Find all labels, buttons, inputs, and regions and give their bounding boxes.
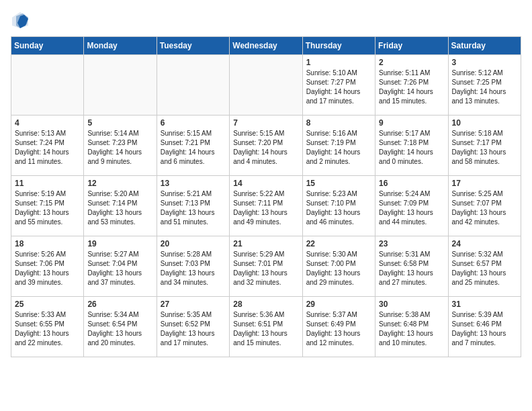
calendar-cell: 8Sunrise: 5:16 AM Sunset: 7:19 PM Daylig… (302, 116, 375, 176)
day-info: Sunrise: 5:15 AM Sunset: 7:21 PM Dayligh… (161, 129, 226, 167)
day-number: 10 (452, 118, 517, 128)
day-info: Sunrise: 5:29 AM Sunset: 7:01 PM Dayligh… (233, 250, 298, 287)
day-info: Sunrise: 5:39 AM Sunset: 6:46 PM Dayligh… (452, 310, 517, 348)
day-number: 12 (87, 179, 152, 188)
day-number: 20 (161, 239, 226, 248)
day-number: 13 (161, 179, 226, 188)
day-info: Sunrise: 5:38 AM Sunset: 6:48 PM Dayligh… (379, 310, 444, 348)
calendar-cell: 7Sunrise: 5:15 AM Sunset: 7:20 PM Daylig… (230, 116, 302, 176)
day-info: Sunrise: 5:11 AM Sunset: 7:26 PM Dayligh… (379, 68, 444, 106)
calendar-cell (157, 55, 229, 116)
day-number: 2 (379, 58, 444, 67)
calendar-table: SundayMondayTuesdayWednesdayThursdayFrid… (11, 36, 521, 357)
day-info: Sunrise: 5:21 AM Sunset: 7:13 PM Dayligh… (161, 189, 226, 227)
calendar-cell: 25Sunrise: 5:33 AM Sunset: 6:55 PM Dayli… (11, 297, 84, 357)
calendar-cell: 9Sunrise: 5:17 AM Sunset: 7:18 PM Daylig… (375, 116, 448, 176)
day-number: 11 (15, 179, 80, 188)
day-info: Sunrise: 5:14 AM Sunset: 7:23 PM Dayligh… (87, 129, 152, 167)
day-info: Sunrise: 5:37 AM Sunset: 6:49 PM Dayligh… (306, 310, 371, 348)
week-row-2: 4Sunrise: 5:13 AM Sunset: 7:24 PM Daylig… (11, 116, 521, 176)
day-number: 27 (161, 300, 226, 309)
day-number: 29 (306, 300, 371, 309)
calendar-cell: 5Sunrise: 5:14 AM Sunset: 7:23 PM Daylig… (84, 116, 157, 176)
day-header-thursday: Thursday (302, 37, 375, 55)
day-number: 19 (87, 239, 152, 248)
calendar-cell: 14Sunrise: 5:22 AM Sunset: 7:11 PM Dayli… (230, 176, 302, 236)
day-header-tuesday: Tuesday (157, 37, 229, 55)
calendar-cell: 12Sunrise: 5:20 AM Sunset: 7:14 PM Dayli… (84, 176, 157, 236)
day-number: 18 (15, 239, 80, 248)
day-header-monday: Monday (84, 37, 157, 55)
day-number: 24 (452, 239, 517, 248)
day-number: 14 (233, 179, 298, 188)
calendar-cell: 15Sunrise: 5:23 AM Sunset: 7:10 PM Dayli… (302, 176, 375, 236)
days-header-row: SundayMondayTuesdayWednesdayThursdayFrid… (11, 37, 521, 55)
week-row-3: 11Sunrise: 5:19 AM Sunset: 7:15 PM Dayli… (11, 176, 521, 236)
calendar-cell: 3Sunrise: 5:12 AM Sunset: 7:25 PM Daylig… (448, 55, 521, 116)
day-number: 8 (306, 118, 371, 128)
day-number: 1 (306, 58, 371, 67)
day-info: Sunrise: 5:18 AM Sunset: 7:17 PM Dayligh… (452, 129, 517, 167)
week-row-5: 25Sunrise: 5:33 AM Sunset: 6:55 PM Dayli… (11, 297, 521, 357)
calendar-cell: 30Sunrise: 5:38 AM Sunset: 6:48 PM Dayli… (375, 297, 448, 357)
calendar-cell: 16Sunrise: 5:24 AM Sunset: 7:09 PM Dayli… (375, 176, 448, 236)
day-number: 7 (233, 118, 298, 128)
day-info: Sunrise: 5:17 AM Sunset: 7:18 PM Dayligh… (379, 129, 444, 167)
day-info: Sunrise: 5:24 AM Sunset: 7:09 PM Dayligh… (379, 189, 444, 227)
day-info: Sunrise: 5:32 AM Sunset: 6:57 PM Dayligh… (452, 250, 517, 287)
calendar-cell: 10Sunrise: 5:18 AM Sunset: 7:17 PM Dayli… (448, 116, 521, 176)
day-info: Sunrise: 5:31 AM Sunset: 6:58 PM Dayligh… (379, 250, 444, 287)
calendar-cell: 24Sunrise: 5:32 AM Sunset: 6:57 PM Dayli… (448, 236, 521, 297)
calendar-cell: 26Sunrise: 5:34 AM Sunset: 6:54 PM Dayli… (84, 297, 157, 357)
calendar-cell: 21Sunrise: 5:29 AM Sunset: 7:01 PM Dayli… (230, 236, 302, 297)
page-header (11, 11, 521, 30)
day-number: 21 (233, 239, 298, 248)
day-number: 15 (306, 179, 371, 188)
calendar-cell (230, 55, 302, 116)
day-info: Sunrise: 5:15 AM Sunset: 7:20 PM Dayligh… (233, 129, 298, 167)
day-header-friday: Friday (375, 37, 448, 55)
day-header-sunday: Sunday (11, 37, 84, 55)
calendar-cell: 18Sunrise: 5:26 AM Sunset: 7:06 PM Dayli… (11, 236, 84, 297)
day-info: Sunrise: 5:23 AM Sunset: 7:10 PM Dayligh… (306, 189, 371, 227)
calendar-cell: 6Sunrise: 5:15 AM Sunset: 7:21 PM Daylig… (157, 116, 229, 176)
calendar-cell: 22Sunrise: 5:30 AM Sunset: 7:00 PM Dayli… (302, 236, 375, 297)
day-number: 3 (452, 58, 517, 67)
day-info: Sunrise: 5:35 AM Sunset: 6:52 PM Dayligh… (161, 310, 226, 348)
logo (11, 11, 32, 30)
logo-icon (11, 11, 30, 30)
day-info: Sunrise: 5:16 AM Sunset: 7:19 PM Dayligh… (306, 129, 371, 167)
day-number: 31 (452, 300, 517, 309)
day-info: Sunrise: 5:22 AM Sunset: 7:11 PM Dayligh… (233, 189, 298, 227)
day-number: 26 (87, 300, 152, 309)
day-number: 9 (379, 118, 444, 128)
calendar-cell (84, 55, 157, 116)
day-number: 22 (306, 239, 371, 248)
day-number: 16 (379, 179, 444, 188)
day-number: 17 (452, 179, 517, 188)
calendar-cell: 23Sunrise: 5:31 AM Sunset: 6:58 PM Dayli… (375, 236, 448, 297)
day-number: 28 (233, 300, 298, 309)
calendar-cell: 1Sunrise: 5:10 AM Sunset: 7:27 PM Daylig… (302, 55, 375, 116)
day-header-wednesday: Wednesday (230, 37, 302, 55)
day-header-saturday: Saturday (448, 37, 521, 55)
calendar-cell: 20Sunrise: 5:28 AM Sunset: 7:03 PM Dayli… (157, 236, 229, 297)
calendar-cell: 28Sunrise: 5:36 AM Sunset: 6:51 PM Dayli… (230, 297, 302, 357)
day-info: Sunrise: 5:13 AM Sunset: 7:24 PM Dayligh… (15, 129, 80, 167)
calendar-cell (11, 55, 84, 116)
calendar-cell: 19Sunrise: 5:27 AM Sunset: 7:04 PM Dayli… (84, 236, 157, 297)
day-info: Sunrise: 5:36 AM Sunset: 6:51 PM Dayligh… (233, 310, 298, 348)
day-info: Sunrise: 5:26 AM Sunset: 7:06 PM Dayligh… (15, 250, 80, 287)
calendar-cell: 27Sunrise: 5:35 AM Sunset: 6:52 PM Dayli… (157, 297, 229, 357)
day-info: Sunrise: 5:27 AM Sunset: 7:04 PM Dayligh… (87, 250, 152, 287)
day-number: 30 (379, 300, 444, 309)
day-info: Sunrise: 5:34 AM Sunset: 6:54 PM Dayligh… (87, 310, 152, 348)
week-row-1: 1Sunrise: 5:10 AM Sunset: 7:27 PM Daylig… (11, 55, 521, 116)
day-number: 6 (161, 118, 226, 128)
day-info: Sunrise: 5:10 AM Sunset: 7:27 PM Dayligh… (306, 68, 371, 106)
day-info: Sunrise: 5:19 AM Sunset: 7:15 PM Dayligh… (15, 189, 80, 227)
day-info: Sunrise: 5:33 AM Sunset: 6:55 PM Dayligh… (15, 310, 80, 348)
calendar-cell: 2Sunrise: 5:11 AM Sunset: 7:26 PM Daylig… (375, 55, 448, 116)
day-info: Sunrise: 5:20 AM Sunset: 7:14 PM Dayligh… (87, 189, 152, 227)
calendar-cell: 13Sunrise: 5:21 AM Sunset: 7:13 PM Dayli… (157, 176, 229, 236)
